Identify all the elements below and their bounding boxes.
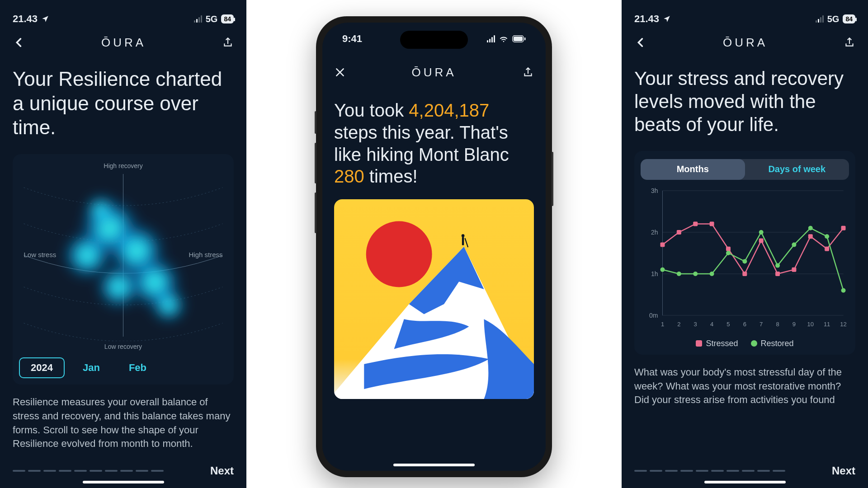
tab-days-of-week[interactable]: Days of week [745,159,849,180]
svg-rect-46 [775,272,780,276]
tab-switch[interactable]: Months Days of week [641,159,849,180]
svg-text:3: 3 [694,321,697,328]
description-text: Resilience measures your overall balance… [13,395,234,451]
svg-rect-42 [710,221,714,226]
svg-point-52 [677,272,681,276]
brand-logo: ŌURA [411,66,456,80]
progress-dots [634,470,785,472]
screen-stress-recovery: 21.43 5G 84 ŌURA Your stress and recover… [622,0,868,488]
svg-text:12: 12 [840,321,846,328]
stress-recovery-chart: Months Days of week 3h2h1h0m123456789101… [634,151,855,355]
share-icon[interactable] [522,66,534,78]
back-icon[interactable] [634,36,647,49]
svg-text:1: 1 [661,321,664,328]
svg-text:High stress: High stress [189,251,222,258]
svg-point-59 [792,242,796,247]
svg-rect-40 [677,230,681,235]
svg-text:7: 7 [760,321,763,328]
svg-rect-50 [841,226,846,230]
svg-text:6: 6 [743,321,746,328]
brand-logo: ŌURA [723,36,768,50]
svg-point-60 [808,226,813,230]
svg-text:5: 5 [726,321,730,328]
svg-rect-44 [742,272,747,276]
clock: 21.43 [13,13,38,25]
svg-point-62 [841,288,846,293]
next-button[interactable]: Next [210,465,234,477]
home-indicator[interactable] [393,464,475,466]
battery-icon [512,35,526,42]
status-bar: 21.43 5G 84 [13,11,234,27]
location-icon [41,15,49,23]
svg-text:10: 10 [807,321,814,328]
wifi-icon [499,35,509,43]
svg-rect-43 [726,247,731,251]
battery-icon: 84 [843,14,855,23]
svg-point-5 [96,264,142,310]
svg-point-53 [693,272,698,276]
back-icon[interactable] [13,36,25,49]
svg-text:2: 2 [677,321,680,328]
resilience-quadrant-chart: High recovery [13,154,234,385]
chart-legend: Stressed Restored [641,339,849,348]
month-scroller[interactable]: 2024 Jan Feb [19,357,227,378]
page-title: Your stress and recovery levels moved wi… [634,67,855,136]
line-chart-svg: 3h2h1h0m123456789101112 [641,186,849,331]
svg-rect-47 [792,267,796,272]
svg-rect-45 [759,238,764,243]
mountain-illustration [334,199,534,399]
location-icon [663,15,671,23]
chip-feb[interactable]: Feb [118,358,157,377]
home-indicator[interactable] [83,481,164,483]
signal-icon [487,35,495,42]
signal-icon [194,15,202,23]
brand-logo: ŌURA [101,36,146,50]
nav-bar: ŌURA [634,33,855,52]
svg-point-54 [710,272,714,276]
svg-text:0m: 0m [649,312,658,319]
close-icon[interactable] [334,66,346,78]
svg-point-6 [85,194,117,226]
quadrant-svg: Low stress High stress [19,169,227,341]
chip-jan[interactable]: Jan [72,358,111,377]
svg-point-61 [825,234,829,239]
axis-bottom: Low recovery [19,343,227,350]
svg-point-14 [366,221,432,287]
steps-headline: You took 4,204,187 steps this year. That… [334,99,534,188]
svg-point-51 [660,267,665,272]
battery-icon: 84 [221,14,234,23]
page-title: Your Resilience charted a unique course … [13,67,234,140]
svg-text:9: 9 [793,321,796,328]
svg-rect-41 [693,221,698,226]
screen-resilience: 21.43 5G 84 ŌURA Your Resilience charted… [0,0,246,488]
description-text: What was your body's most stressful day … [634,366,855,407]
nav-bar: ŌURA [13,33,234,52]
svg-rect-11 [514,37,523,41]
svg-rect-49 [825,247,829,251]
chip-year[interactable]: 2024 [19,357,65,378]
svg-text:11: 11 [824,321,830,328]
share-icon[interactable] [844,37,855,48]
steps-count: 4,204,187 [409,100,489,120]
clock: 9:41 [342,33,362,45]
svg-point-16 [462,235,465,238]
svg-point-57 [759,230,764,235]
home-indicator[interactable] [704,481,786,483]
svg-text:8: 8 [776,321,779,328]
svg-point-55 [726,251,731,255]
network-label: 5G [827,14,840,24]
times-count: 280 [334,166,364,186]
svg-rect-15 [462,237,464,245]
share-icon[interactable] [222,37,234,48]
svg-point-56 [742,259,747,263]
next-button[interactable]: Next [832,465,855,477]
network-label: 5G [206,14,218,24]
axis-top: High recovery [19,162,227,169]
svg-rect-39 [660,242,665,247]
tab-months[interactable]: Months [641,159,745,180]
svg-rect-12 [524,38,526,40]
svg-point-7 [151,287,187,323]
clock: 21.43 [634,13,659,25]
svg-point-58 [775,263,780,267]
svg-text:1h: 1h [651,270,658,277]
